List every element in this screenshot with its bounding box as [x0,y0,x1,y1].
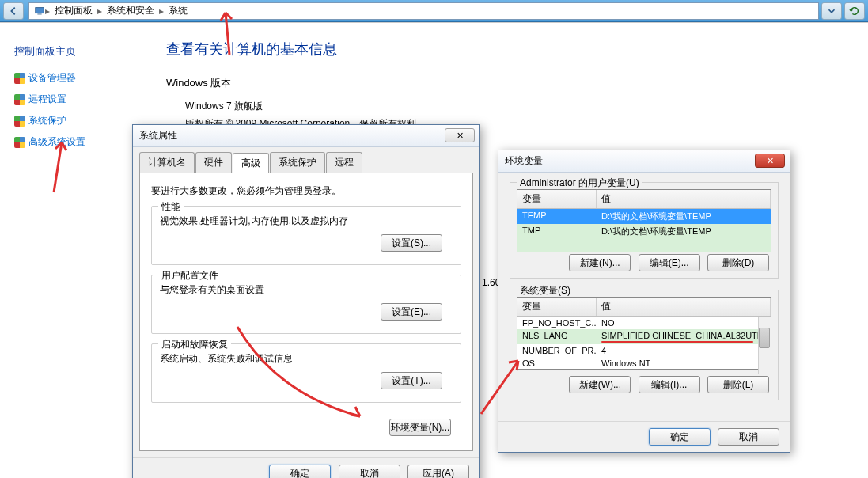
close-button[interactable]: ✕ [445,128,475,142]
admin-hint: 要进行大多数更改，您必须作为管理员登录。 [151,184,461,198]
group-title: 启动和故障恢复 [158,338,231,351]
delete-user-var-button[interactable]: 删除(D) [707,254,769,271]
new-sys-var-button[interactable]: 新建(W)... [569,376,631,393]
dialog-title: 系统属性 [139,129,177,142]
var-name: TMP [517,224,597,239]
col-value[interactable]: 值 [597,298,771,316]
startup-settings-button[interactable]: 设置(T)... [381,372,442,389]
page-title: 查看有关计算机的基本信息 [166,40,426,59]
breadcrumb-seg[interactable]: 控制面板 [50,4,97,17]
group-title: 性能 [158,200,184,214]
col-variable[interactable]: 变量 [517,298,597,316]
cancel-button[interactable]: 取消 [339,465,400,478]
ok-button[interactable]: 确定 [269,465,331,478]
tab-advanced[interactable]: 高级 [233,153,269,173]
close-button[interactable]: ✕ [755,154,785,168]
sidebar-link-label: 远程设置 [28,93,66,106]
var-value: SIMPLIFIED CHINESE_CHINA.AL32UTF8 [597,329,758,344]
sidebar-link-label: 系统保护 [28,114,66,127]
sidebar-link-protection[interactable]: 系统保护 [14,114,140,127]
list-row[interactable]: OS Windows NT [517,357,758,370]
annotation-underline [601,341,753,343]
nav-back-button[interactable] [3,2,24,20]
var-name: TEMP [517,209,597,224]
sidebar-link-remote[interactable]: 远程设置 [14,93,140,106]
dialog-title: 环境变量 [505,154,543,168]
sys-vars-list[interactable]: 变量 值 FP_NO_HOST_C.. NO NLS_LANG SIMPLIFI… [517,297,771,370]
var-value: D:\我的文档\环境变量\TEMP [597,224,771,239]
breadcrumb[interactable]: ▸ 控制面板 ▸ 系统和安全 ▸ 系统 [28,2,819,20]
group-startup-recovery: 启动和故障恢复 系统启动、系统失败和调试信息 设置(T)... [151,343,461,403]
var-value: D:\我的文档\环境变量\TEMP [597,209,771,224]
dialog-titlebar[interactable]: 环境变量 ✕ [498,150,790,173]
group-performance: 性能 视觉效果,处理器计划,内存使用,以及虚拟内存 设置(S)... [151,206,461,265]
tab-computer-name[interactable]: 计算机名 [139,152,195,173]
refresh-button[interactable] [844,2,865,20]
env-vars-button[interactable]: 环境变量(N)... [389,419,451,436]
sidebar-link-label: 高级系统设置 [28,135,85,149]
tab-hardware[interactable]: 硬件 [195,152,232,173]
chevron-down-icon [826,6,837,17]
sidebar-title: 控制面板主页 [14,44,140,59]
breadcrumb-dropdown[interactable] [821,2,842,20]
perf-settings-button[interactable]: 设置(S)... [381,234,442,252]
var-value: 4 [597,344,758,357]
sidebar: 控制面板主页 设备管理器 远程设置 系统保护 高级系统设置 [0,27,154,174]
list-row[interactable]: NUMBER_OF_PR.. 4 [517,344,758,357]
sidebar-link-label: 设备管理器 [28,71,76,85]
list-row[interactable]: TMP D:\我的文档\环境变量\TEMP [517,224,771,239]
new-user-var-button[interactable]: 新建(N)... [569,254,631,271]
var-value: NO [597,317,758,329]
user-vars-group: Administrator 的用户变量(U) 变量 值 TEMP D:\我的文档… [510,182,779,279]
dialog-titlebar[interactable]: 系统属性 ✕ [133,125,479,147]
sidebar-link-device-manager[interactable]: 设备管理器 [14,71,140,85]
edit-sys-var-button[interactable]: 编辑(I)... [639,376,700,393]
scrollbar-thumb[interactable] [759,328,770,348]
close-icon: ✕ [767,156,774,166]
dialog-buttons: 确定 取消 [498,421,790,452]
sys-var-buttons: 新建(W)... 编辑(I)... 删除(L) [517,374,771,395]
user-var-buttons: 新建(N)... 编辑(E)... 删除(D) [517,252,771,273]
edition-header: Windows 版本 [166,76,426,90]
breadcrumb-seg[interactable]: 系统 [164,4,192,17]
scrollbar[interactable] [758,317,771,374]
var-value: Windows NT [597,357,758,370]
list-row[interactable]: TEMP D:\我的文档\环境变量\TEMP [517,209,771,224]
system-properties-dialog: 系统属性 ✕ 计算机名 硬件 高级 系统保护 远程 要进行大多数更改，您必须作为… [132,124,480,478]
env-vars-dialog: 环境变量 ✕ Administrator 的用户变量(U) 变量 值 TEMP … [498,150,790,453]
cancel-button[interactable]: 取消 [718,428,779,446]
edit-user-var-button[interactable]: 编辑(E)... [639,254,700,271]
sidebar-link-advanced[interactable]: 高级系统设置 [14,135,140,149]
close-icon: ✕ [457,131,464,141]
var-name: OS [517,357,597,370]
edition-value: Windows 7 旗舰版 [185,98,426,116]
shield-icon [14,73,25,84]
group-title: Administrator 的用户变量(U) [517,176,642,190]
tab-panel-advanced: 要进行大多数更改，您必须作为管理员登录。 性能 视觉效果,处理器计划,内存使用,… [139,173,473,451]
list-row[interactable]: FP_NO_HOST_C.. NO [517,317,758,329]
col-value[interactable]: 值 [597,190,771,208]
dialog-buttons: 确定 取消 应用(A) [133,457,479,478]
tab-protection[interactable]: 系统保护 [270,152,325,173]
breadcrumb-seg[interactable]: 系统和安全 [102,4,159,17]
user-vars-list[interactable]: 变量 值 TEMP D:\我的文档\环境变量\TEMP TMP D:\我的文档\… [517,189,771,248]
group-desc: 系统启动、系统失败和调试信息 [160,352,453,366]
list-row[interactable]: NLS_LANG SIMPLIFIED CHINESE_CHINA.AL32UT… [517,329,758,344]
delete-sys-var-button[interactable]: 删除(L) [707,376,769,393]
list-header[interactable]: 变量 值 [517,190,771,209]
ok-button[interactable]: 确定 [649,428,711,446]
main-content: 查看有关计算机的基本信息 Windows 版本 Windows 7 旗舰版 版权… [166,40,426,132]
profile-settings-button[interactable]: 设置(E)... [381,303,442,321]
list-header[interactable]: 变量 值 [517,298,771,317]
tab-remote[interactable]: 远程 [326,152,362,173]
sys-vars-group: 系统变量(S) 变量 值 FP_NO_HOST_C.. NO NLS_LANG … [510,290,779,400]
group-user-profiles: 用户配置文件 与您登录有关的桌面设置 设置(E)... [151,275,461,334]
computer-icon [34,6,45,17]
var-name: FP_NO_HOST_C.. [517,317,597,329]
shield-icon [14,94,25,105]
apply-button[interactable]: 应用(A) [407,465,469,478]
group-desc: 视觉效果,处理器计划,内存使用,以及虚拟内存 [160,214,453,228]
group-title: 用户配置文件 [158,269,222,283]
env-body: Administrator 的用户变量(U) 变量 值 TEMP D:\我的文档… [498,173,790,421]
col-variable[interactable]: 变量 [517,190,597,208]
